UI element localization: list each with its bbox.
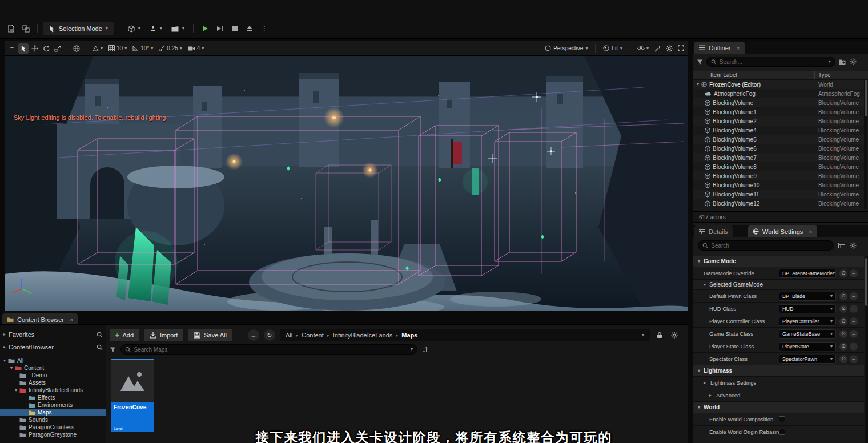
perspective-dropdown[interactable]: Perspective ▾	[541, 45, 591, 51]
use-selected-button[interactable]: ←	[850, 305, 858, 313]
scale-tool-button[interactable]	[53, 43, 63, 54]
viewport[interactable]: Sky Light editing is disabled. To enable…	[5, 56, 688, 311]
save-level-button[interactable]	[5, 22, 17, 35]
table-row[interactable]: BlockingVolume BlockingVolume	[693, 98, 864, 107]
contentbrowser-section[interactable]: ▸ ContentBrowser	[3, 342, 103, 352]
game-state-class-dropdown[interactable]: GameStateBase ▾	[779, 329, 836, 339]
table-row[interactable]: ▾ FrozenCove (Editor) World	[693, 80, 864, 89]
details-scrollbar[interactable]	[865, 256, 868, 443]
browse-button[interactable]: ⊙	[839, 330, 847, 338]
cinematics-dropdown[interactable]: ▾	[168, 22, 188, 35]
eject-button[interactable]	[243, 22, 256, 35]
search-icon[interactable]	[97, 332, 103, 338]
viewport-settings-button[interactable]	[664, 43, 674, 54]
row-lightmass-settings[interactable]: ▸ Lightmass Settings	[693, 377, 864, 389]
spectator-class-dropdown[interactable]: SpectatorPawn ▾	[779, 355, 836, 364]
use-selected-button[interactable]: ←	[850, 355, 858, 363]
section-lightmass[interactable]: ▾ Lightmass	[693, 365, 864, 377]
player-state-class-dropdown[interactable]: PlayerState ▾	[779, 342, 836, 351]
favorites-section[interactable]: ▸ Favorites	[3, 329, 103, 340]
select-tool-button[interactable]	[18, 43, 29, 54]
table-row[interactable]: BlockingVolume2 BlockingVolume	[693, 116, 864, 126]
enable-world-origin-rebasing-checkbox[interactable]	[779, 429, 785, 435]
history-back-button[interactable]: ←	[248, 329, 259, 341]
section-world[interactable]: ▾ World	[693, 402, 864, 413]
asset-search-input[interactable]	[134, 347, 408, 353]
scrollbar-thumb[interactable]	[865, 80, 867, 116]
tree-item-paragongreystone[interactable]: ParagonGreystone	[0, 431, 106, 438]
camera-speed-dropdown[interactable]: 4 ▾	[186, 45, 207, 51]
browse-levels-button[interactable]	[19, 22, 32, 35]
close-icon[interactable]: ×	[809, 228, 812, 235]
breadcrumb-content[interactable]: Content	[302, 332, 324, 339]
view-options-icon[interactable]	[422, 347, 428, 353]
viewport-options-button[interactable]: ≡	[7, 43, 17, 54]
table-row[interactable]: BlockingVolume5 BlockingVolume	[693, 135, 864, 144]
browse-button[interactable]: ⊙	[839, 343, 847, 351]
chevron-down-icon[interactable]: ▾	[3, 359, 6, 363]
lock-button[interactable]	[654, 330, 665, 340]
chevron-right-icon[interactable]: ▸	[709, 393, 712, 398]
close-icon[interactable]: ×	[70, 316, 73, 323]
use-selected-button[interactable]: ←	[850, 330, 858, 338]
new-folder-icon[interactable]	[839, 59, 846, 65]
chevron-down-icon[interactable]: ▾	[829, 59, 831, 64]
scrollbar-thumb[interactable]	[865, 258, 867, 306]
tree-item-environments[interactable]: Environments	[0, 401, 106, 409]
section-game-mode[interactable]: ▾ Game Mode	[693, 256, 864, 267]
coordinate-system-button[interactable]	[71, 43, 82, 54]
tree-item-effects[interactable]: Effects	[0, 394, 106, 401]
enable-world-composition-checkbox[interactable]	[779, 416, 785, 422]
close-icon[interactable]: ×	[737, 45, 740, 51]
tree-item-sounds[interactable]: Sounds	[0, 416, 106, 424]
content-browser-settings-button[interactable]	[669, 330, 680, 340]
table-row[interactable]: BlockingVolume7 BlockingVolume	[693, 153, 864, 162]
show-dropdown[interactable]: ▾	[634, 46, 652, 51]
chevron-right-icon[interactable]: ▸	[704, 381, 706, 385]
row-advanced[interactable]: ▸ Advanced	[693, 389, 864, 402]
tab-content-browser[interactable]: Content Browser ×	[2, 313, 78, 325]
play-button[interactable]	[199, 22, 211, 35]
table-row[interactable]: BlockingVolume12 BlockingVolume	[693, 199, 864, 208]
use-selected-button[interactable]: ←	[850, 269, 858, 277]
table-row[interactable]: BlockingVolume4 BlockingVolume	[693, 126, 864, 135]
tree-item-all[interactable]: ▾ All	[0, 357, 106, 364]
surface-snap-dropdown[interactable]: ▾	[90, 45, 105, 51]
default-pawn-class-dropdown[interactable]: BP_Blade ▾	[779, 292, 836, 301]
use-selected-button[interactable]: ←	[850, 343, 858, 351]
gamemode-override-dropdown[interactable]: BP_ArenaGameMode ▾	[779, 269, 836, 278]
outliner-search[interactable]: ▾	[706, 57, 835, 67]
outliner-search-input[interactable]	[720, 59, 826, 65]
browse-button[interactable]: ⊙	[839, 269, 847, 277]
chevron-down-icon[interactable]: ▾	[15, 388, 17, 393]
browse-button[interactable]: ⊙	[839, 355, 847, 363]
browse-button[interactable]: ⊙	[839, 292, 847, 300]
asset-search[interactable]: ▾	[120, 344, 417, 355]
view-mode-dropdown[interactable]: Lit ▾	[600, 45, 626, 51]
grid-snap-dropdown[interactable]: 10 ▾	[106, 45, 129, 51]
tree-item-infinitybladeicelands[interactable]: ▾ InfinityBladeIceLands	[0, 386, 106, 394]
tab-details[interactable]: Details	[694, 225, 733, 237]
details-search[interactable]	[698, 240, 834, 251]
play-options-button[interactable]: ⋮	[258, 22, 271, 35]
use-selected-button[interactable]: ←	[850, 317, 858, 325]
filter-icon[interactable]	[697, 59, 703, 65]
outliner-settings-icon[interactable]	[850, 58, 857, 65]
skip-frame-button[interactable]	[214, 22, 226, 35]
maximize-viewport-button[interactable]	[676, 43, 686, 54]
tree-item-content[interactable]: ▾ Content	[0, 364, 106, 372]
expander-icon[interactable]: ▾	[697, 82, 699, 87]
hud-class-dropdown[interactable]: HUD ▾	[779, 304, 836, 313]
save-all-button[interactable]: Save All	[188, 329, 232, 341]
browse-button[interactable]: ⊙	[839, 305, 847, 313]
rotation-snap-dropdown[interactable]: 10° ▾	[130, 45, 155, 51]
effects-dropdown[interactable]	[653, 43, 663, 54]
column-item-label[interactable]: Item Label	[710, 72, 737, 78]
table-row[interactable]: BlockingVolume1 BlockingVolume	[693, 107, 864, 116]
path-dropdown-icon[interactable]: ▾	[642, 333, 644, 337]
selection-mode-dropdown[interactable]: Selection Mode ▾	[43, 22, 114, 35]
tree-item-paragoncountess[interactable]: ParagonCountess	[0, 424, 106, 431]
use-selected-button[interactable]: ←	[850, 292, 858, 300]
add-actor-dropdown[interactable]: ▾	[124, 22, 144, 35]
table-row[interactable]: BlockingVolume6 BlockingVolume	[693, 144, 864, 153]
